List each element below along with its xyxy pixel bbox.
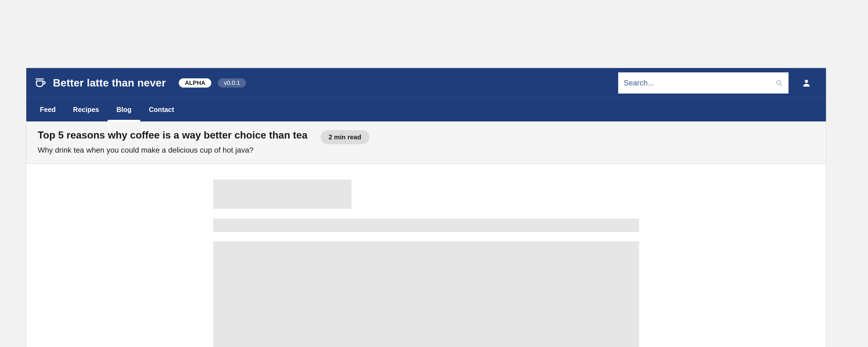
- user-menu-button[interactable]: [795, 71, 818, 94]
- skeleton-line: [213, 219, 639, 232]
- page-subtitle: Why drink tea when you could make a deli…: [38, 145, 308, 155]
- article-skeleton: [213, 180, 639, 347]
- nav-contact[interactable]: Contact: [140, 98, 183, 121]
- search-input[interactable]: [618, 72, 788, 94]
- content-area: [26, 164, 826, 347]
- nav-recipes[interactable]: Recipes: [64, 98, 108, 121]
- skeleton-block: [213, 241, 639, 347]
- svg-point-3: [805, 80, 808, 83]
- top-bar: Better latte than never ALPHA v0.0.1: [26, 68, 826, 98]
- read-time-chip: 2 min read: [321, 130, 369, 144]
- skeleton-heading: [213, 180, 351, 209]
- site-title: Better latte than never: [53, 77, 166, 89]
- alpha-badge: ALPHA: [179, 78, 211, 88]
- page-header-text: Top 5 reasons why coffee is a way better…: [38, 129, 308, 155]
- nav-blog[interactable]: Blog: [108, 98, 140, 121]
- search-field-wrap: [618, 72, 788, 94]
- brand-group: Better latte than never: [34, 77, 166, 89]
- page-title: Top 5 reasons why coffee is a way better…: [38, 129, 308, 141]
- nav-bar: Feed Recipes Blog Contact: [26, 98, 826, 121]
- version-badge: v0.0.1: [218, 78, 246, 88]
- app-container: Better latte than never ALPHA v0.0.1: [26, 68, 826, 347]
- page-header: Top 5 reasons why coffee is a way better…: [26, 121, 826, 164]
- nav-feed[interactable]: Feed: [31, 98, 64, 121]
- user-icon: [802, 78, 811, 88]
- coffee-cup-icon: [34, 77, 46, 89]
